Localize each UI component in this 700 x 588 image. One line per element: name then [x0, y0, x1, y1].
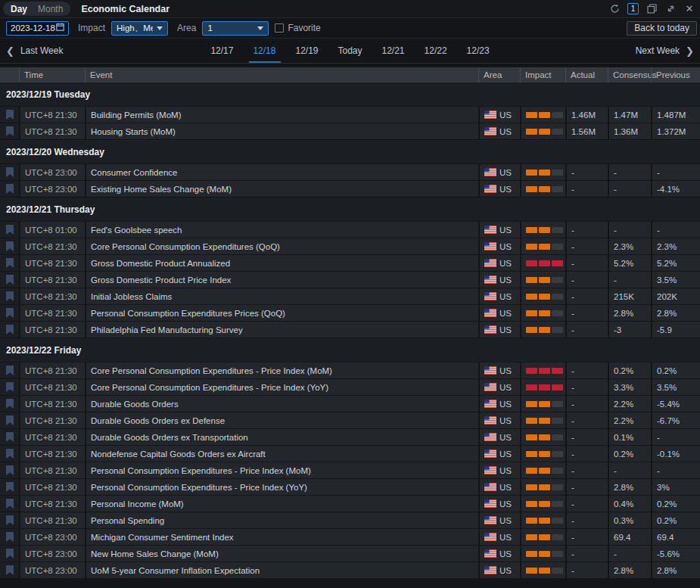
- event-row[interactable]: UTC+8 21:30Core Personal Consumption Exp…: [0, 362, 700, 378]
- column-header-time[interactable]: Time: [19, 67, 85, 82]
- event-row[interactable]: UTC+8 21:30Gross Domestic Product Annual…: [0, 255, 700, 271]
- consensus-value: 2.8%: [609, 479, 651, 495]
- date-tab-4[interactable]: 12/21: [381, 39, 406, 63]
- bookmark-icon[interactable]: [0, 272, 19, 288]
- us-flag-icon: [484, 275, 496, 284]
- event-row[interactable]: UTC+8 21:30Durable Goods OrdersUS-2.2%-5…: [0, 396, 700, 412]
- last-week-button[interactable]: ❮ Last Week: [6, 45, 63, 57]
- impact-indicator: [521, 546, 565, 562]
- event-row[interactable]: UTC+8 23:00Consumer ConfidenceUS---: [0, 164, 700, 180]
- back-to-today-button[interactable]: Back to today: [627, 21, 697, 36]
- event-row[interactable]: UTC+8 23:00UoM 5-year Consumer Inflation…: [0, 562, 700, 578]
- event-time: UTC+8 21:30: [20, 396, 85, 412]
- event-row[interactable]: UTC+8 23:00Michigan Consumer Sentiment I…: [0, 529, 700, 545]
- impact-bar: [526, 401, 537, 407]
- date-tab-2[interactable]: 12/19: [294, 39, 319, 63]
- consensus-value: -: [609, 546, 651, 562]
- column-header-consensus[interactable]: Consensus: [608, 67, 651, 82]
- event-row[interactable]: UTC+8 21:30Core Personal Consumption Exp…: [0, 379, 700, 395]
- event-area: US: [480, 255, 520, 271]
- impact-bar: [526, 418, 537, 424]
- column-header-event[interactable]: Event: [85, 67, 478, 82]
- impact-indicator: [521, 429, 565, 445]
- event-row[interactable]: UTC+8 21:30Personal Consumption Expendit…: [0, 462, 700, 478]
- event-row[interactable]: UTC+8 21:30Core Personal Consumption Exp…: [0, 238, 700, 254]
- date-tab-6[interactable]: 12/23: [465, 39, 491, 63]
- column-header-previous[interactable]: Previous: [651, 67, 700, 82]
- date-tab-1[interactable]: 12/18: [251, 39, 277, 63]
- event-time: UTC+8 21:30: [20, 429, 85, 445]
- column-header-impact[interactable]: Impact: [520, 67, 565, 82]
- month-toggle[interactable]: Month: [38, 4, 63, 14]
- date-tab-0[interactable]: 12/17: [209, 39, 235, 63]
- event-name: Durable Goods Orders ex Transportation: [86, 429, 478, 445]
- impact-bar: [526, 327, 537, 333]
- day-toggle[interactable]: Day: [11, 4, 27, 14]
- event-row[interactable]: UTC+8 21:30Building Permits (MoM)US1.46M…: [0, 107, 700, 123]
- bookmark-icon[interactable]: [0, 123, 19, 139]
- bookmark-icon[interactable]: [0, 512, 19, 528]
- event-row[interactable]: UTC+8 21:30Personal Income (MoM)US-0.4%0…: [0, 496, 700, 512]
- bookmark-icon[interactable]: [0, 496, 19, 512]
- date-tab-5[interactable]: 12/22: [423, 39, 449, 63]
- event-row[interactable]: UTC+8 21:30Nondefense Capital Goods Orde…: [0, 446, 700, 462]
- area-code: US: [499, 416, 512, 425]
- event-row[interactable]: UTC+8 01:00Fed's Goolsbee speechUS---: [0, 222, 700, 238]
- event-row[interactable]: UTC+8 21:30Initial Jobless ClaimsUS-215K…: [0, 288, 700, 304]
- bookmark-icon[interactable]: [0, 546, 19, 562]
- bookmark-icon[interactable]: [0, 562, 19, 578]
- bookmark-icon[interactable]: [0, 238, 19, 254]
- impact-select[interactable]: High、Medi...: [111, 21, 168, 36]
- event-row[interactable]: UTC+8 21:30Durable Goods Orders ex Defen…: [0, 412, 700, 428]
- bookmark-icon[interactable]: [0, 181, 19, 197]
- bookmark-icon[interactable]: [0, 479, 19, 495]
- section-date-header: 2023/12/20 Wednesday: [0, 140, 700, 163]
- bookmark-icon[interactable]: [0, 379, 19, 395]
- bookmark-icon[interactable]: [0, 412, 19, 428]
- event-row[interactable]: UTC+8 21:30Philadelphia Fed Manufacturin…: [0, 322, 700, 338]
- impact-indicator: [521, 529, 565, 545]
- date-tab-3[interactable]: Today: [336, 39, 363, 63]
- event-row[interactable]: UTC+8 21:30Durable Goods Orders ex Trans…: [0, 429, 700, 445]
- event-row[interactable]: UTC+8 21:30Gross Domestic Product Price …: [0, 272, 700, 288]
- event-row[interactable]: UTC+8 21:30Housing Starts (MoM)US1.56M1.…: [0, 123, 700, 139]
- close-icon[interactable]: ✕: [683, 3, 695, 15]
- event-row[interactable]: UTC+8 21:30Personal SpendingUS-0.3%0.2%: [0, 512, 700, 528]
- event-name: Michigan Consumer Sentiment Index: [86, 529, 478, 545]
- bookmark-icon[interactable]: [0, 462, 19, 478]
- refresh-icon[interactable]: [608, 3, 621, 15]
- panel-count-badge[interactable]: 1: [627, 3, 639, 14]
- bookmark-icon[interactable]: [0, 446, 19, 462]
- bookmark-icon[interactable]: [0, 288, 19, 304]
- column-header-actual[interactable]: Actual: [565, 67, 608, 82]
- previous-value: -4.1%: [652, 181, 700, 197]
- bookmark-icon[interactable]: [0, 107, 19, 123]
- bookmark-icon[interactable]: [0, 255, 19, 271]
- previous-value: -0.1%: [652, 446, 700, 462]
- column-header-area[interactable]: Area: [478, 67, 520, 82]
- restore-window-icon[interactable]: [646, 3, 658, 15]
- impact-indicator: [521, 123, 565, 139]
- event-row[interactable]: UTC+8 23:00New Home Sales Change (MoM)US…: [0, 546, 700, 562]
- impact-indicator: [521, 107, 565, 123]
- date-picker-input[interactable]: 2023-12-18: [6, 21, 69, 36]
- actual-value: -: [567, 181, 608, 197]
- bookmark-icon[interactable]: [0, 429, 19, 445]
- expand-icon[interactable]: [664, 3, 677, 15]
- event-row[interactable]: UTC+8 21:30Personal Consumption Expendit…: [0, 305, 700, 321]
- bookmark-icon[interactable]: [0, 529, 19, 545]
- bookmark-icon[interactable]: [0, 222, 19, 238]
- event-name: Core Personal Consumption Expenditures -…: [86, 379, 478, 395]
- bookmark-icon[interactable]: [0, 396, 19, 412]
- bookmark-icon[interactable]: [0, 322, 19, 338]
- bookmark-icon[interactable]: [0, 362, 19, 378]
- event-row[interactable]: UTC+8 23:00Existing Home Sales Change (M…: [0, 181, 700, 197]
- event-area: US: [480, 562, 520, 578]
- favorite-checkbox[interactable]: [275, 23, 284, 33]
- bookmark-icon[interactable]: [0, 164, 19, 180]
- event-name: Housing Starts (MoM): [86, 123, 478, 139]
- bookmark-icon[interactable]: [0, 305, 19, 321]
- event-row[interactable]: UTC+8 21:30Personal Consumption Expendit…: [0, 479, 700, 495]
- area-select[interactable]: 1: [202, 21, 269, 36]
- next-week-button[interactable]: Next Week ❯: [636, 45, 694, 57]
